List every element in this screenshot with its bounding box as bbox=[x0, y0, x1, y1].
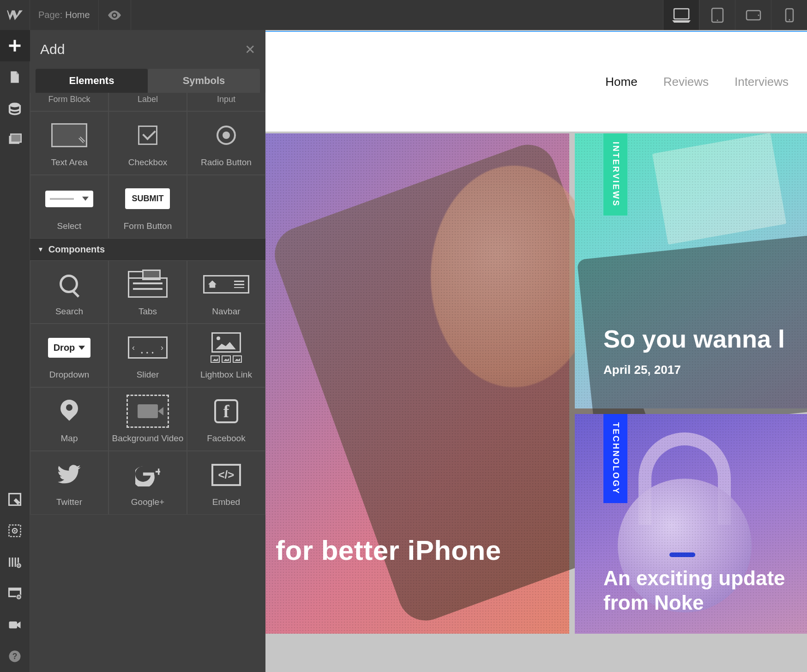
section-header-components[interactable]: ▼ Components bbox=[30, 239, 265, 260]
twitter-icon bbox=[57, 462, 82, 488]
component-background-video[interactable]: Background Video bbox=[108, 387, 187, 451]
component-embed[interactable]: </> Embed bbox=[187, 451, 265, 515]
svg-rect-9 bbox=[9, 45, 21, 47]
select-icon bbox=[45, 191, 93, 207]
category-tag-technology: TECHNOLOGY bbox=[603, 414, 627, 503]
component-facebook[interactable]: f Facebook bbox=[187, 387, 265, 451]
svg-text:?: ? bbox=[12, 652, 18, 661]
hero-card[interactable]: for better iPhone bbox=[265, 133, 569, 634]
element-input[interactable]: Input bbox=[187, 93, 265, 111]
svg-point-5 bbox=[758, 14, 759, 16]
card-headline: An exciting update from Noke bbox=[603, 566, 807, 615]
component-google-plus[interactable]: Google+ bbox=[108, 451, 187, 515]
element-form-button[interactable]: SUBMIT Form Button bbox=[108, 175, 187, 239]
svg-rect-22 bbox=[9, 588, 21, 591]
card-interviews[interactable]: INTERVIEWS So you wanna l April 25, 2017 bbox=[575, 133, 807, 408]
facebook-icon: f bbox=[214, 399, 238, 423]
tab-symbols[interactable]: Symbols bbox=[148, 69, 260, 93]
card-date: April 25, 2017 bbox=[603, 363, 681, 377]
svg-point-17 bbox=[14, 530, 16, 532]
lightbox-icon bbox=[211, 332, 242, 363]
svg-rect-1 bbox=[674, 9, 689, 19]
card-headline: So you wanna l bbox=[603, 324, 785, 353]
textarea-icon bbox=[51, 123, 87, 147]
tool-assets[interactable] bbox=[0, 124, 30, 156]
slider-icon: ‹› bbox=[128, 336, 168, 359]
close-icon[interactable]: ✕ bbox=[245, 42, 255, 57]
nav-link-reviews[interactable]: Reviews bbox=[663, 75, 709, 89]
radio-icon bbox=[217, 126, 236, 145]
tool-video[interactable] bbox=[0, 609, 30, 641]
component-lightbox-link[interactable]: Lightbox Link bbox=[187, 324, 265, 387]
svg-point-3 bbox=[717, 19, 718, 21]
nav-link-home[interactable]: Home bbox=[605, 75, 637, 89]
tool-pages[interactable] bbox=[0, 61, 30, 93]
element-radio-button[interactable]: Radio Button bbox=[187, 111, 265, 175]
map-pin-icon bbox=[60, 400, 78, 423]
component-dropdown[interactable]: Drop Dropdown bbox=[30, 324, 108, 387]
panel-title: Add bbox=[40, 42, 65, 57]
tool-settings-view[interactable] bbox=[0, 578, 30, 609]
element-checkbox[interactable]: Checkbox bbox=[108, 111, 187, 175]
design-canvas[interactable]: Home Reviews Interviews for better iPhon… bbox=[265, 30, 807, 672]
bg-video-icon bbox=[126, 395, 169, 428]
component-map[interactable]: Map bbox=[30, 387, 108, 451]
google-plus-icon bbox=[135, 462, 160, 488]
hero-headline: for better iPhone bbox=[276, 534, 501, 566]
add-panel: Add ✕ Elements Symbols Form Block Label … bbox=[30, 30, 265, 672]
tool-help[interactable]: ? bbox=[0, 641, 30, 672]
tab-elements[interactable]: Elements bbox=[36, 69, 148, 93]
tool-add[interactable] bbox=[0, 30, 30, 61]
tool-audit[interactable] bbox=[0, 546, 30, 578]
device-mobile[interactable] bbox=[771, 0, 807, 30]
element-select[interactable]: Select bbox=[30, 175, 108, 239]
nav-link-interviews[interactable]: Interviews bbox=[735, 75, 789, 89]
svg-point-20 bbox=[18, 565, 20, 566]
component-tabs[interactable]: Tabs bbox=[108, 260, 187, 324]
component-search[interactable]: Search bbox=[30, 260, 108, 324]
page-selector[interactable]: Page: Home bbox=[30, 0, 99, 30]
element-text-area[interactable]: Text Area bbox=[30, 111, 108, 175]
device-tablet-landscape[interactable] bbox=[735, 0, 771, 30]
svg-rect-26 bbox=[9, 622, 18, 629]
app-topbar: Page: Home bbox=[0, 0, 807, 30]
checkbox-icon bbox=[138, 126, 157, 145]
category-tag-interviews: INTERVIEWS bbox=[603, 133, 627, 216]
device-tablet[interactable] bbox=[699, 0, 735, 30]
component-twitter[interactable]: Twitter bbox=[30, 451, 108, 515]
card-technology[interactable]: TECHNOLOGY An exciting update from Noke bbox=[575, 414, 807, 634]
tool-cms[interactable] bbox=[0, 93, 30, 124]
navbar-icon bbox=[203, 275, 249, 294]
tool-style-preview[interactable] bbox=[0, 515, 30, 546]
embed-icon: </> bbox=[211, 464, 241, 486]
search-icon bbox=[58, 273, 81, 296]
tabs-icon bbox=[128, 271, 168, 298]
element-form-block[interactable]: Form Block bbox=[30, 93, 108, 111]
svg-point-25 bbox=[18, 596, 20, 598]
page-label-prefix: Page: bbox=[38, 10, 62, 20]
preview-toggle[interactable] bbox=[99, 0, 131, 30]
dropdown-icon: Drop bbox=[48, 338, 91, 358]
device-desktop[interactable] bbox=[663, 0, 699, 30]
element-label[interactable]: Label bbox=[108, 93, 187, 111]
site-navbar: Home Reviews Interviews bbox=[265, 31, 807, 132]
tool-navigator[interactable] bbox=[0, 484, 30, 515]
submit-icon: SUBMIT bbox=[125, 188, 170, 209]
svg-point-7 bbox=[789, 19, 790, 20]
webflow-logo[interactable] bbox=[0, 0, 30, 30]
left-toolbar: ? bbox=[0, 30, 30, 672]
component-navbar[interactable]: Navbar bbox=[187, 260, 265, 324]
component-slider[interactable]: ‹› Slider bbox=[108, 324, 187, 387]
svg-point-10 bbox=[10, 103, 20, 108]
current-page-name: Home bbox=[65, 10, 90, 20]
svg-point-0 bbox=[113, 14, 116, 17]
svg-rect-12 bbox=[11, 134, 21, 143]
caret-down-icon: ▼ bbox=[37, 246, 44, 253]
